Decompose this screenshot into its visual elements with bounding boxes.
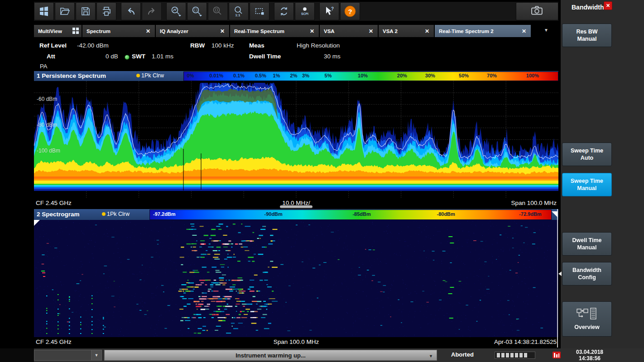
sweep-state: Aborted xyxy=(451,351,474,358)
scpi-icon: SCPI xyxy=(299,5,311,17)
tab-list-dropdown-icon[interactable]: ▼ xyxy=(544,28,548,33)
overview-flow-icon xyxy=(577,308,597,322)
rbw-label[interactable]: RBW xyxy=(190,42,205,49)
tab-iq-analyzer[interactable]: IQ Analyzer ✕ xyxy=(156,25,229,37)
dwell-time-value[interactable]: 30 ms xyxy=(324,53,341,60)
progress-bar xyxy=(495,352,535,359)
att-label[interactable]: Att xyxy=(47,53,55,60)
att-value[interactable]: 0 dB xyxy=(106,53,118,60)
swt-label[interactable]: SWT xyxy=(132,53,145,60)
swt-value[interactable]: 1.01 ms xyxy=(152,53,173,60)
svg-text:1:1: 1:1 xyxy=(235,13,240,17)
scpi-button[interactable]: SCPI xyxy=(295,2,315,20)
span-value[interactable]: Span 100.0 MHz xyxy=(274,338,319,345)
message-filter-dropdown[interactable]: ▼ xyxy=(34,350,102,361)
close-tab-icon[interactable]: ✕ xyxy=(520,28,528,35)
tab-multiview[interactable]: MultiView xyxy=(34,25,82,37)
span-value[interactable]: Span 100.0 MHz xyxy=(511,200,557,206)
zoom-graph-icon xyxy=(170,5,182,17)
print-button[interactable] xyxy=(96,2,116,20)
screenshot-button[interactable] xyxy=(516,2,558,20)
dwell-time-label[interactable]: Dwell Time xyxy=(249,53,281,60)
tab-vsa[interactable]: VSA ✕ xyxy=(320,25,378,37)
meas-label[interactable]: Meas xyxy=(249,42,264,49)
zoom-1to1-icon: 1:1 xyxy=(233,5,245,17)
close-softkey-menu-button[interactable]: ✕ xyxy=(604,1,612,10)
window1-title: 1 Persistence Spectrum xyxy=(37,72,106,79)
zoom-select-button[interactable] xyxy=(187,2,207,20)
dropdown-arrow-icon: ▼ xyxy=(429,354,433,358)
redo-button[interactable] xyxy=(142,2,162,20)
status-date: 03.04.2018 xyxy=(565,349,614,355)
persistence-spectrum-header: 1 Persistence Spectrum 1Pk Clrw 0% 0.01%… xyxy=(34,71,558,81)
zoom-disabled-button[interactable] xyxy=(208,2,228,20)
softkey-dwell-time-manual[interactable]: Dwell Time Manual xyxy=(562,232,612,256)
softkey-bandwidth-config[interactable]: Bandwidth Config xyxy=(562,262,612,286)
trace-legend[interactable]: 1Pk Clrw xyxy=(102,211,130,217)
y-axis-label: -80 dBm xyxy=(37,122,57,128)
instrument-screen: 1:1 SCPI ? ? MultiView Spectrum ✕ xyxy=(0,0,644,362)
ref-level-value[interactable]: -42.00 dBm xyxy=(77,42,109,49)
y-axis-label: -60 dBm xyxy=(37,96,57,102)
save-icon xyxy=(80,6,91,17)
tab-real-time-spectrum[interactable]: Real-Time Spectrum ✕ xyxy=(230,25,319,37)
close-tab-icon[interactable]: ✕ xyxy=(308,28,316,35)
multiview-grid-icon xyxy=(72,28,79,35)
close-icon: ✕ xyxy=(606,3,610,9)
submenu-arrow-icon xyxy=(558,272,562,276)
status-message-bar[interactable]: Instrument warming up... ▼ xyxy=(104,350,437,361)
undo-icon xyxy=(125,6,136,17)
zoom-disabled-icon xyxy=(212,5,224,17)
camera-icon xyxy=(530,5,544,18)
undo-button[interactable] xyxy=(121,2,141,20)
zoom-1to1-button[interactable]: 1:1 xyxy=(229,2,249,20)
svg-text:SCPI: SCPI xyxy=(301,12,308,15)
tab-spectrum[interactable]: Spectrum ✕ xyxy=(82,25,155,37)
ref-level-label[interactable]: Ref Level xyxy=(39,42,67,49)
save-button[interactable] xyxy=(76,2,96,20)
frame-timestamp: Apr-03 14:38:21.82525 xyxy=(494,338,557,345)
spectrogram-header: 2 Spectrogram 1Pk Clrw -97.2dBm -90dBm -… xyxy=(34,209,558,220)
status-bar: ▼ Instrument warming up... ▼ Aborted 03.… xyxy=(0,348,644,362)
swt-coupled-led xyxy=(125,55,130,60)
close-tab-icon[interactable]: ✕ xyxy=(218,28,226,35)
spectrogram-color-scale[interactable]: -97.2dBm -90dBm -85dBm -80dBm -72.9dBm xyxy=(149,210,552,220)
spectrogram-plot[interactable] xyxy=(34,220,558,337)
windows-grid-icon xyxy=(38,6,49,17)
tab-real-time-spectrum-2[interactable]: Real-Time Spectrum 2 ✕ xyxy=(435,25,531,37)
error-log-icon[interactable] xyxy=(553,352,561,358)
selection-rect-button[interactable] xyxy=(250,2,269,20)
trace-legend[interactable]: 1Pk Clrw xyxy=(136,72,164,79)
status-time: 14:38:56 xyxy=(565,355,614,362)
window-splitter-handle[interactable] xyxy=(280,205,312,208)
dropdown-arrow-icon: ▼ xyxy=(91,350,101,360)
center-frequency-value[interactable]: CF 2.45 GHz xyxy=(36,200,72,206)
softkey-overview[interactable]: Overview xyxy=(562,301,612,337)
sync-button[interactable] xyxy=(274,2,294,20)
rbw-value[interactable]: 100 kHz xyxy=(211,42,234,49)
persistence-spectrum-plot[interactable]: -60 dBm -80 dBm -100 dBm xyxy=(34,81,558,198)
context-help-button[interactable]: ? xyxy=(319,2,339,20)
close-tab-icon[interactable]: ✕ xyxy=(367,28,375,35)
window-right-edge-handle[interactable] xyxy=(557,209,558,348)
spectrogram-window: 2 Spectrogram 1Pk Clrw -97.2dBm -90dBm -… xyxy=(34,209,558,348)
close-tab-icon[interactable]: ✕ xyxy=(423,28,431,35)
zoom-graph-button[interactable] xyxy=(166,2,186,20)
help-icon: ? xyxy=(344,5,356,18)
tab-vsa-2[interactable]: VSA 2 ✕ xyxy=(379,25,434,37)
trace-color-dot xyxy=(136,74,140,77)
spectrogram-corner-marker-icon xyxy=(34,220,40,226)
help-button[interactable]: ? xyxy=(340,2,360,20)
softkey-sweep-time-manual[interactable]: Sweep Time Manual xyxy=(562,173,612,196)
meas-value[interactable]: High Resolution xyxy=(297,42,340,49)
softkey-sweep-time-auto[interactable]: Sweep Time Auto xyxy=(562,143,612,166)
center-frequency-value[interactable]: CF 2.45 GHz xyxy=(36,338,72,345)
preamp-indicator: PA xyxy=(40,63,47,70)
softkey-res-bw-manual[interactable]: Res BW Manual xyxy=(562,24,612,47)
windows-button[interactable] xyxy=(34,2,54,20)
close-tab-icon[interactable]: ✕ xyxy=(144,28,152,35)
open-file-button[interactable] xyxy=(55,2,75,20)
channel-settings-bar: Ref Level -42.00 dBm RBW 100 kHz Meas Hi… xyxy=(34,40,558,71)
persistence-color-scale[interactable]: 0% 0.01% 0.1% 0.5% 1% 2% 3% 5% 10% 20% 3… xyxy=(183,71,558,81)
toolbar: 1:1 SCPI ? ? xyxy=(34,2,558,21)
